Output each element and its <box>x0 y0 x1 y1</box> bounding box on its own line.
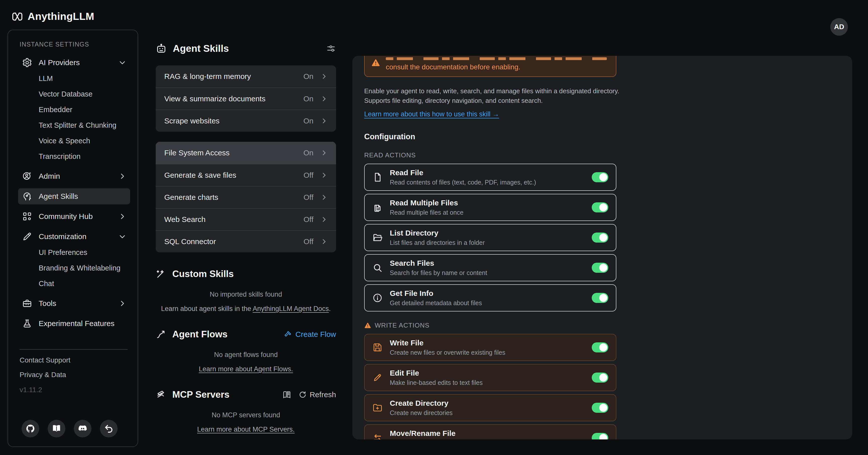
sidebar-item-voice-speech[interactable]: Voice & Speech <box>18 133 130 148</box>
create-directory-toggle[interactable] <box>592 403 608 413</box>
sidebar-item-branding[interactable]: Branding & Whitelabeling <box>18 260 130 276</box>
chevron-down-icon <box>119 233 126 240</box>
sidebar-item-tools[interactable]: Tools <box>18 295 130 311</box>
sidebar-item-vector-database[interactable]: Vector Database <box>18 86 130 102</box>
discord-button[interactable] <box>74 420 91 437</box>
action-desc: List files and directories in a folder <box>390 239 485 246</box>
sidebar-item-label: Community Hub <box>39 212 93 221</box>
list-directory-toggle[interactable] <box>592 232 608 243</box>
write-file-toggle[interactable] <box>592 342 608 352</box>
action-desc: Read multiple files at once <box>390 209 463 216</box>
edit-pencil-icon <box>372 372 383 383</box>
search-icon <box>372 262 383 273</box>
back-button[interactable] <box>100 420 118 437</box>
chevron-right-icon <box>119 213 126 220</box>
skill-row-scrape-websites[interactable]: Scrape websites On <box>156 110 336 132</box>
skill-row-rag-memory[interactable]: RAG & long-term memory On <box>156 65 336 87</box>
docs-button[interactable] <box>48 420 65 437</box>
agent-flows-header: Agent Flows Create Flow <box>156 327 336 342</box>
action-card-search-files: Search Files Search for files by name or… <box>364 254 616 281</box>
sidebar-header: INSTANCE SETTINGS <box>20 41 130 48</box>
privacy-data-link[interactable]: Privacy & Data <box>20 371 130 379</box>
sidebar-item-label: Agent Skills <box>39 192 78 201</box>
action-card-read-file: Read File Read contents of files (text, … <box>364 164 616 191</box>
sidebar-social-row <box>18 420 130 437</box>
action-text: Write File Create new files or overwrite… <box>390 339 505 356</box>
github-button[interactable] <box>22 420 39 437</box>
sidebar-item-chat[interactable]: Chat <box>18 276 130 291</box>
action-title: List Directory <box>390 229 485 237</box>
skill-description: Enable your agent to read, write, search… <box>364 86 636 105</box>
move-arrows-icon <box>372 433 383 439</box>
community-icon <box>22 211 32 222</box>
chevron-right-icon <box>320 117 328 124</box>
user-avatar[interactable]: AD <box>830 18 848 36</box>
toolbox-icon <box>22 298 32 308</box>
action-desc: Search for files by name or content <box>390 269 487 277</box>
skill-row-generate-charts[interactable]: Generate charts Off <box>156 186 336 208</box>
skill-row-web-search[interactable]: Web Search Off <box>156 208 336 230</box>
chevron-down-icon <box>119 59 126 66</box>
sidebar-item-llm[interactable]: LLM <box>18 70 130 86</box>
gear-icon <box>22 58 32 67</box>
action-title: Read File <box>390 168 536 177</box>
chevron-right-icon <box>119 300 126 307</box>
move-rename-file-toggle[interactable] <box>592 433 608 439</box>
create-flow-label: Create Flow <box>296 330 336 339</box>
refresh-button[interactable]: Refresh <box>299 390 336 399</box>
sidebar-item-label: Tools <box>39 299 56 308</box>
write-actions-label: WRITE ACTIONS <box>364 321 852 329</box>
sidebar-item-experimental-features[interactable]: Experimental Features <box>18 315 130 332</box>
sidebar-item-ai-providers[interactable]: AI Providers <box>18 55 130 70</box>
action-card-read-multiple-files: Read Multiple Files Read multiple files … <box>364 194 616 221</box>
sidebar-item-customization[interactable]: Customization <box>18 228 130 245</box>
sidebar-item-text-splitter[interactable]: Text Splitter & Chunking <box>18 117 130 133</box>
skill-label: Scrape websites <box>164 117 219 125</box>
sidebar-item-label: Admin <box>39 172 60 180</box>
mcp-link[interactable]: Learn more about MCP Servers. <box>197 426 294 433</box>
action-desc: Get detailed metadata about files <box>390 300 482 307</box>
skill-label: Generate charts <box>164 193 218 202</box>
sidebar-item-community-hub[interactable]: Community Hub <box>18 208 130 225</box>
skill-learn-more-link[interactable]: Learn more about this how to use this sk… <box>364 110 499 118</box>
skill-status: Off <box>304 193 313 202</box>
skill-label: Generate & save files <box>164 171 236 179</box>
filter-sliders-icon[interactable] <box>326 44 336 54</box>
chevron-right-icon <box>320 172 328 179</box>
skill-status: Off <box>304 215 313 224</box>
custom-skills-learn: Learn about agent skills in the Anything… <box>156 305 336 313</box>
info-icon <box>372 293 383 303</box>
warning-triangle-icon <box>364 322 371 329</box>
sidebar-item-transcription[interactable]: Transcription <box>18 148 130 164</box>
skill-status: On <box>303 94 313 103</box>
skill-row-sql-connector[interactable]: SQL Connector Off <box>156 230 336 252</box>
read-file-toggle[interactable] <box>592 172 608 182</box>
action-text: List Directory List files and directorie… <box>390 229 485 246</box>
skill-status: On <box>303 72 313 81</box>
skill-label: RAG & long-term memory <box>164 72 251 81</box>
edit-file-toggle[interactable] <box>592 373 608 382</box>
skill-row-view-summarize[interactable]: View & summarize documents On <box>156 87 336 110</box>
sidebar-item-agent-skills[interactable]: Agent Skills <box>18 188 130 204</box>
skill-detail-panel: consult the documentation before enablin… <box>352 56 852 439</box>
agent-head-icon <box>22 191 32 201</box>
search-files-toggle[interactable] <box>592 263 608 273</box>
read-multiple-files-toggle[interactable] <box>592 202 608 212</box>
create-flow-button[interactable]: Create Flow <box>284 330 336 339</box>
agent-skills-header: Agent Skills <box>156 40 336 57</box>
skill-label: File System Access <box>164 148 229 157</box>
warning-text: consult the documentation before enablin… <box>386 63 609 72</box>
agent-flows-link[interactable]: Learn more about Agent Flows. <box>199 365 293 373</box>
sidebar-item-embedder[interactable]: Embedder <box>18 102 130 117</box>
agent-docs-link[interactable]: AnythingLLM Agent Docs <box>253 305 329 312</box>
action-desc: Read contents of files (text, code, PDF,… <box>390 179 536 186</box>
agent-skills-column: Agent Skills RAG & long-term memory On V… <box>156 40 336 433</box>
skill-row-file-system-access[interactable]: File System Access On <box>156 142 336 164</box>
mcp-docs-button[interactable] <box>283 390 291 399</box>
sidebar-item-ui-preferences[interactable]: UI Preferences <box>18 245 130 260</box>
contact-support-link[interactable]: Contact Support <box>20 356 130 364</box>
sidebar-item-admin[interactable]: Admin <box>18 168 130 184</box>
mcp-empty: No MCP servers found <box>156 411 336 419</box>
skill-row-generate-save-files[interactable]: Generate & save files Off <box>156 164 336 186</box>
get-file-info-toggle[interactable] <box>592 293 608 303</box>
